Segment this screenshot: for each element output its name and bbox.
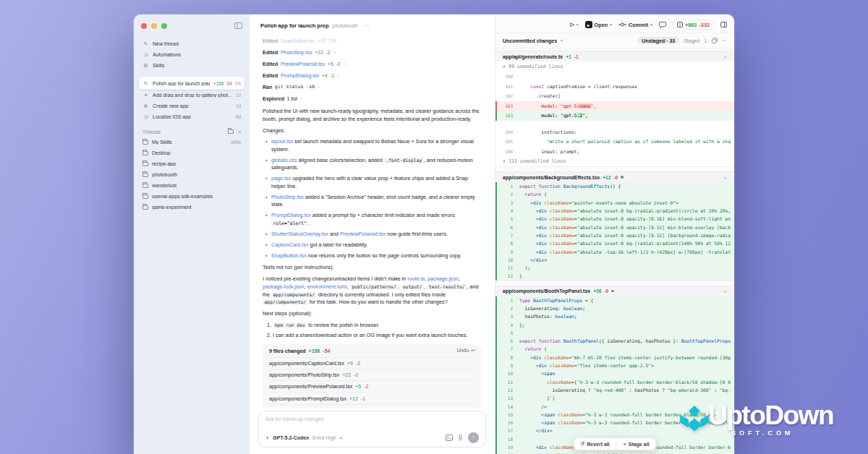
- additions-count: +5: [328, 61, 333, 67]
- close-window-button[interactable]: [141, 23, 147, 29]
- file-row[interactable]: app/components/PromptDialog.tsx +12 -1: [269, 392, 475, 403]
- chevron-down-icon[interactable]: ▾: [340, 435, 342, 440]
- activity-file-link[interactable]: SnapButton.tsx: [281, 38, 315, 43]
- sidebar-thread-item[interactable]: openai-apps-sdk-examples: [139, 191, 244, 202]
- chat-scroll-area[interactable]: Edited SnapButton.tsx +17 -19 › Edited P…: [250, 33, 495, 408]
- unstaged-tab[interactable]: Unstaged · 33: [637, 37, 679, 44]
- inline-file-link[interactable]: PhotoStrip.tsx: [271, 194, 304, 200]
- attach-plus-icon[interactable]: +: [265, 434, 269, 442]
- sidebar-nav-item[interactable]: ✎ New thread: [139, 38, 244, 49]
- file-row[interactable]: app/components/ShutterStatusOverlay.tsx …: [269, 404, 475, 408]
- chevron-right-icon: ›: [333, 50, 335, 55]
- additions-count: +156: [309, 348, 320, 354]
- deletions-count: -1: [361, 396, 365, 401]
- line-number: 106: [497, 149, 519, 154]
- inline-file-link[interactable]: PromptDialog.tsx: [271, 212, 311, 218]
- inline-file-link[interactable]: CaptionCard.tsx: [271, 241, 309, 248]
- chevron-down-icon[interactable]: ▾: [561, 38, 563, 43]
- panel-layout-icon[interactable]: [720, 22, 727, 27]
- revert-all-button[interactable]: ↺ Revert all: [574, 438, 616, 450]
- activity-file-link[interactable]: PromptDialog.tsx: [281, 73, 319, 78]
- inline-file-link[interactable]: package.json: [427, 275, 458, 282]
- thread-label: wanderlust: [152, 183, 241, 188]
- line-number: 11: [497, 265, 519, 270]
- chevron-down-icon[interactable]: ∨: [724, 175, 727, 180]
- inline-file-link[interactable]: environment.toml: [307, 283, 347, 290]
- activity-row[interactable]: Edited PromptDialog.tsx +4 -1 ›: [263, 69, 482, 81]
- more-options-icon[interactable]: ⋯: [363, 22, 369, 29]
- run-button[interactable]: ▷ ▾: [570, 22, 578, 27]
- inline-file-link[interactable]: PreviewPolaroid.tsx: [340, 231, 386, 237]
- inline-file-link[interactable]: ShutterStatusOverlay.tsx: [271, 231, 328, 237]
- activity-file-link[interactable]: PreviewPolaroid.tsx: [281, 61, 325, 67]
- diff-code-block: ∧ 99 unmodified lines100101 const captio…: [495, 61, 734, 166]
- minimize-window-button[interactable]: [151, 23, 157, 29]
- model-selector[interactable]: GPT-5.2-Codex: [273, 435, 309, 440]
- chat-column: Polish app for launch prep photobooth ⋯ …: [250, 14, 495, 454]
- undo-button[interactable]: Undo ↩: [456, 348, 475, 354]
- inline-file-link[interactable]: layout.tsx: [271, 138, 293, 145]
- commit-button[interactable]: Commit ▾: [618, 22, 652, 28]
- activity-file-link[interactable]: PhotoStrip.tsx: [281, 50, 312, 55]
- uncommitted-changes-dropdown[interactable]: Uncommitted changes: [503, 38, 557, 43]
- expand-lines-row[interactable]: ∨ 111 unmodified lines: [495, 156, 734, 166]
- diff-file-list[interactable]: app/api/generate/route.ts+1-1∨∧ 99 unmod…: [495, 48, 734, 454]
- file-row[interactable]: app/components/CaptionCard.tsx +9 -2: [269, 357, 475, 369]
- activity-row[interactable]: Edited SnapButton.tsx +17 -19 ›: [263, 35, 482, 46]
- new-folder-icon[interactable]: [228, 129, 234, 134]
- sidebar-thread-item[interactable]: game-experiment: [139, 202, 244, 213]
- diff-file-header[interactable]: app/components/BackgroundEffects.tsx+12-…: [495, 172, 734, 182]
- diff-line: 8 <div className="mb-7 mt-10 flex items-…: [495, 354, 734, 361]
- folder-icon: [142, 184, 148, 188]
- microphone-icon[interactable]: [458, 434, 463, 442]
- sidebar-task-item[interactable]: ⊕ Create new app 1d: [139, 100, 244, 111]
- inline-file-link[interactable]: SnapButton.tsx: [271, 252, 307, 259]
- sidebar-thread-item[interactable]: My Skills skills: [139, 137, 244, 147]
- sidebar-task-item[interactable]: ✎ Polish app for launch prep +156 -54 7m: [139, 77, 244, 90]
- sidebar-thread-item[interactable]: photobooth: [139, 169, 244, 180]
- zoom-window-button[interactable]: [161, 23, 167, 29]
- sidebar-nav-item[interactable]: ◷ Automations: [139, 49, 244, 60]
- collapse-all-icon[interactable]: [712, 38, 718, 43]
- screenshot-icon[interactable]: [446, 434, 453, 441]
- more-options-icon[interactable]: ⋯: [722, 38, 728, 44]
- sidebar-task-item[interactable]: ● Add drag and drop to gallery phot… 1d: [139, 90, 244, 100]
- sidebar-nav-item[interactable]: ⊞ Skills: [139, 60, 244, 71]
- file-row[interactable]: app/components/PhotoStrip.tsx +22 -2: [269, 369, 475, 380]
- chevron-down-icon[interactable]: ∨: [724, 54, 727, 59]
- followup-input[interactable]: Ask for follow-up changes: [265, 416, 479, 432]
- open-button[interactable]: ▸ Open ▾: [585, 21, 612, 28]
- activity-row[interactable]: Edited PreviewPolaroid.tsx +5 -2 ›: [263, 58, 482, 69]
- staged-tab[interactable]: Staged · 1: [684, 38, 707, 43]
- chevron-right-icon: ›: [338, 73, 339, 78]
- inline-file-link[interactable]: globals.css: [271, 157, 297, 163]
- line-number: 105: [497, 139, 519, 144]
- inline-file-link[interactable]: route.ts: [407, 275, 425, 282]
- send-button[interactable]: ↑: [468, 432, 479, 443]
- activity-row[interactable]: Ran git status -sb ›: [263, 81, 482, 93]
- line-content: "Write a short polaroid caption as if so…: [519, 139, 734, 144]
- sidebar-toggle-icon[interactable]: [234, 22, 242, 29]
- sidebar-task-item[interactable]: ◷ Localize iOS app 8d: [139, 111, 244, 122]
- diff-line: 7 <div className="absolute inset-0 opaci…: [495, 231, 734, 239]
- stage-all-button[interactable]: + Stage all: [616, 438, 656, 450]
- expand-lines-row[interactable]: ∧ 99 unmodified lines: [495, 61, 734, 72]
- diff-stats-button[interactable]: +863 -332: [673, 20, 714, 30]
- sidebar-thread-item[interactable]: Desktop: [139, 147, 244, 158]
- file-row[interactable]: app/components/PreviewPolaroid.tsx +5 -2: [269, 380, 475, 392]
- activity-verb: Edited: [263, 50, 278, 55]
- sidebar-thread-item[interactable]: recipe-app: [139, 158, 244, 169]
- chat-bubble-icon[interactable]: [659, 22, 666, 28]
- inline-file-link[interactable]: page.tsx: [271, 175, 291, 181]
- additions-count: +4: [322, 73, 328, 78]
- filter-icon[interactable]: ≡: [238, 129, 241, 134]
- sidebar-thread-list: My Skills skills Desktop recipe-app: [139, 137, 244, 213]
- activity-row[interactable]: Edited PhotoStrip.tsx +22 -2 ›: [263, 46, 482, 58]
- activity-row[interactable]: Explored 1 list ›: [263, 93, 482, 104]
- diff-file-header[interactable]: app/api/generate/route.ts+1-1∨: [495, 51, 734, 61]
- chevron-down-icon[interactable]: ∨: [724, 288, 727, 294]
- line-number: 11: [497, 380, 519, 385]
- sidebar-thread-item[interactable]: wanderlust: [139, 180, 244, 191]
- diff-file-header[interactable]: app/components/BoothTopPanel.tsx+36-0∨: [495, 286, 734, 296]
- inline-file-link[interactable]: package-lock.json: [263, 283, 305, 290]
